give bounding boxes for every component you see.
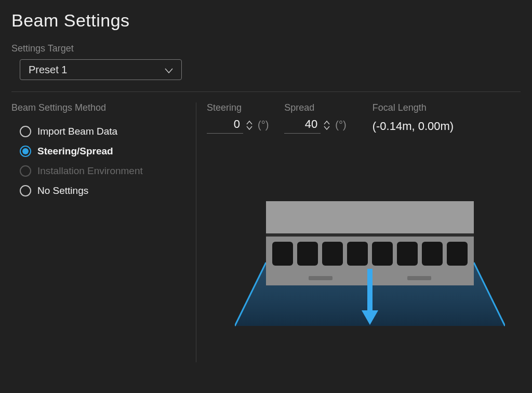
- settings-target-value: Preset 1: [29, 64, 67, 76]
- svg-rect-10: [372, 242, 393, 266]
- svg-rect-13: [447, 242, 468, 266]
- steering-unit: (°): [258, 119, 269, 131]
- spread-stepper[interactable]: [324, 121, 330, 130]
- focal-label: Focal Length: [373, 102, 454, 113]
- chevron-down-icon: [165, 64, 173, 76]
- radio-icon: [20, 165, 31, 177]
- svg-rect-12: [422, 242, 443, 266]
- radio-icon: [20, 126, 31, 137]
- method-option-steering-spread[interactable]: Steering/Spread: [11, 141, 185, 161]
- method-option-label: No Settings: [37, 185, 88, 197]
- method-option-import[interactable]: Import Beam Data: [11, 122, 185, 141]
- svg-rect-7: [297, 242, 318, 266]
- method-option-no-settings[interactable]: No Settings: [11, 181, 185, 201]
- steering-input[interactable]: [207, 116, 243, 134]
- svg-rect-9: [347, 242, 368, 266]
- spread-unit: (°): [335, 119, 346, 131]
- method-column: Beam Settings Method Import Beam Data St…: [11, 102, 196, 362]
- steering-label: Steering: [207, 102, 269, 113]
- svg-rect-15: [407, 276, 431, 280]
- method-option-label: Steering/Spread: [37, 146, 113, 157]
- spread-input[interactable]: [284, 116, 321, 134]
- svg-rect-3: [266, 201, 474, 233]
- svg-rect-4: [266, 233, 474, 237]
- method-label: Beam Settings Method: [11, 102, 185, 113]
- focal-value: (-0.14m, 0.00m): [373, 120, 454, 133]
- svg-rect-8: [322, 242, 343, 266]
- beam-visualization: [235, 201, 505, 336]
- svg-rect-6: [272, 242, 293, 266]
- steering-stepper[interactable]: [246, 121, 252, 130]
- method-option-label: Installation Environment: [37, 165, 143, 177]
- svg-rect-11: [397, 242, 418, 266]
- settings-target-select[interactable]: Preset 1: [20, 59, 182, 80]
- spread-label: Spread: [284, 102, 346, 113]
- method-option-label: Import Beam Data: [37, 126, 117, 137]
- radio-icon: [20, 185, 31, 197]
- method-option-installation-env: Installation Environment: [11, 161, 185, 181]
- svg-rect-14: [309, 276, 332, 280]
- page-title: Beam Settings: [11, 10, 521, 31]
- radio-icon: [20, 146, 31, 157]
- settings-target-label: Settings Target: [11, 43, 521, 54]
- beam-params: Steering (°) Spread: [207, 102, 521, 134]
- divider: [11, 91, 521, 92]
